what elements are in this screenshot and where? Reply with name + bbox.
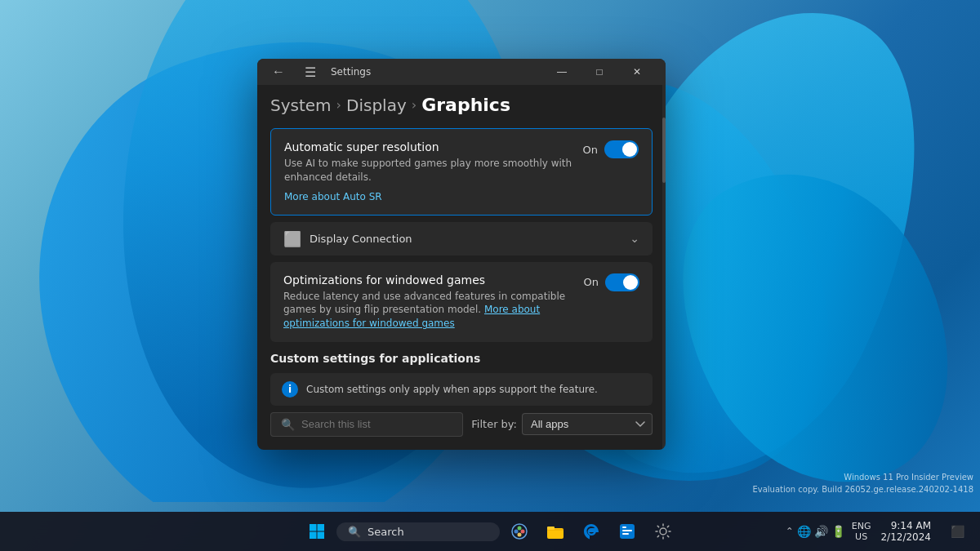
taskbar: 🔍 Search [0, 512, 980, 551]
filter-by-label: Filter by: [471, 418, 517, 430]
file-explorer-button[interactable] [539, 515, 572, 548]
filter-select[interactable]: All appsMicrosoft Store appsDesktop apps [522, 413, 653, 435]
watermark-line1: Windows 11 Pro Insider Preview [752, 471, 973, 483]
breadcrumb-separator-1: › [336, 97, 341, 113]
chevron-up-icon[interactable]: ⌃ [786, 526, 794, 537]
window-controls: — □ ✕ [543, 59, 656, 85]
svg-rect-10 [547, 527, 555, 530]
edge-icon [582, 522, 600, 540]
auto-sr-toggle-thumb [622, 142, 637, 157]
info-banner: i Custom settings only apply when apps s… [270, 373, 653, 406]
auto-sr-description: Use AI to make supported games play more… [284, 157, 573, 184]
back-button[interactable]: ← [267, 61, 290, 82]
time-display: 9:14 AM [891, 520, 931, 531]
settings-content: Automatic super resolution Use AI to mak… [257, 122, 666, 450]
windowed-games-title: Optimizations for windowed games [283, 273, 574, 287]
settings-taskbar-button[interactable] [647, 515, 679, 548]
svg-rect-14 [622, 527, 626, 528]
search-filter-row: 🔍 Filter by: All appsMicrosoft Store app… [270, 412, 653, 437]
breadcrumb-system[interactable]: System [270, 96, 332, 115]
window-title: Settings [331, 66, 371, 78]
breadcrumb-display[interactable]: Display [346, 96, 407, 115]
breadcrumb-separator-2: › [412, 97, 416, 113]
svg-point-6 [521, 530, 525, 534]
copilot-icon [510, 522, 528, 540]
search-this-list-input[interactable] [301, 418, 452, 430]
title-bar: ← ☰ Settings — □ ✕ [257, 59, 666, 85]
date-display: 2/12/2024 [880, 531, 931, 543]
auto-sr-text-block: Automatic super resolution Use AI to mak… [284, 140, 573, 203]
start-button[interactable] [301, 515, 333, 548]
display-connection-label: Display Connection [310, 233, 412, 245]
windowed-games-description: Reduce latency and use advanced features… [283, 290, 574, 331]
windowed-games-toggle-thumb [623, 275, 638, 290]
taskbar-search[interactable]: 🔍 Search [336, 522, 500, 541]
taskbar-center: 🔍 Search [301, 515, 679, 548]
language-indicator[interactable]: ENG US [852, 521, 871, 542]
watermark-line2: Evaluation copy. Build 26052.ge.release.… [752, 483, 973, 495]
windowed-games-card: Optimizations for windowed games Reduce … [270, 262, 653, 342]
windowed-games-text-block: Optimizations for windowed games Reduce … [283, 273, 574, 331]
breadcrumb: System › Display › Graphics [257, 85, 666, 122]
svg-rect-0 [310, 524, 317, 531]
breadcrumb-current: Graphics [421, 95, 510, 115]
locale-code: US [852, 531, 871, 542]
taskbar-search-label: Search [368, 526, 404, 538]
settings-icon [654, 522, 672, 540]
auto-sr-toggle-label: On [583, 144, 598, 156]
language-code: ENG [852, 521, 871, 531]
settings-window: ← ☰ Settings — □ ✕ System › Display › Gr… [257, 59, 666, 450]
auto-sr-toggle[interactable] [604, 140, 639, 158]
notification-button[interactable]: ⬛ [941, 515, 973, 548]
auto-sr-link[interactable]: More about Auto SR [284, 191, 382, 202]
search-icon: 🔍 [281, 418, 295, 431]
battery-icon[interactable]: 🔋 [831, 525, 845, 538]
auto-sr-card: Automatic super resolution Use AI to mak… [270, 128, 653, 216]
auto-sr-title: Automatic super resolution [284, 140, 573, 153]
system-tray-icons[interactable]: ⌃ 🌐 🔊 🔋 [782, 525, 849, 538]
chevron-down-icon: ⌄ [630, 232, 639, 245]
auto-sr-header: Automatic super resolution Use AI to mak… [284, 140, 639, 203]
svg-rect-1 [318, 524, 325, 531]
info-icon: i [282, 381, 298, 398]
custom-settings-title: Custom settings for applications [270, 349, 653, 367]
svg-point-8 [518, 533, 522, 537]
monitor-icon: ⬜ [283, 230, 301, 247]
display-connection-left: ⬜ Display Connection [283, 230, 412, 247]
search-input-wrap: 🔍 [270, 412, 463, 437]
minimize-button[interactable]: — [543, 59, 581, 85]
close-button[interactable]: ✕ [618, 59, 656, 85]
app-icon-1 [618, 522, 636, 540]
network-icon[interactable]: 🌐 [797, 525, 811, 538]
scroll-track[interactable] [662, 85, 666, 450]
notification-icon: ⬛ [951, 525, 964, 538]
windowed-games-toggle-group: On [584, 273, 639, 291]
title-bar-left: ← ☰ Settings [267, 61, 371, 83]
volume-icon[interactable]: 🔊 [814, 525, 828, 538]
hamburger-button[interactable]: ☰ [300, 61, 321, 83]
svg-rect-2 [310, 532, 317, 540]
watermark: Windows 11 Pro Insider Preview Evaluatio… [752, 471, 973, 495]
svg-point-7 [518, 527, 522, 531]
taskbar-right: ⌃ 🌐 🔊 🔋 ENG US 9:14 AM 2/12/2024 ⬛ [782, 515, 973, 548]
desktop: ← ☰ Settings — □ ✕ System › Display › Gr… [0, 0, 980, 551]
scroll-thumb[interactable] [662, 118, 666, 183]
info-text: Custom settings only apply when apps sup… [306, 384, 598, 395]
display-connection-item[interactable]: ⬜ Display Connection ⌄ [270, 222, 653, 256]
svg-point-15 [660, 528, 666, 535]
filter-group: Filter by: All appsMicrosoft Store appsD… [471, 413, 653, 435]
clock[interactable]: 9:14 AM 2/12/2024 [874, 518, 938, 544]
file-explorer-icon [546, 523, 564, 540]
maximize-button[interactable]: □ [581, 59, 618, 85]
app-button-1[interactable] [611, 515, 644, 548]
svg-rect-13 [622, 533, 629, 535]
windowed-games-toggle-label: On [584, 276, 599, 288]
windows-logo-icon [309, 523, 325, 540]
svg-rect-3 [318, 532, 325, 540]
edge-button[interactable] [575, 515, 608, 548]
windowed-games-toggle[interactable] [605, 273, 639, 291]
auto-sr-toggle-group: On [583, 140, 639, 158]
copilot-button[interactable] [503, 515, 536, 548]
taskbar-search-icon: 🔍 [348, 526, 361, 538]
svg-rect-12 [622, 530, 632, 531]
